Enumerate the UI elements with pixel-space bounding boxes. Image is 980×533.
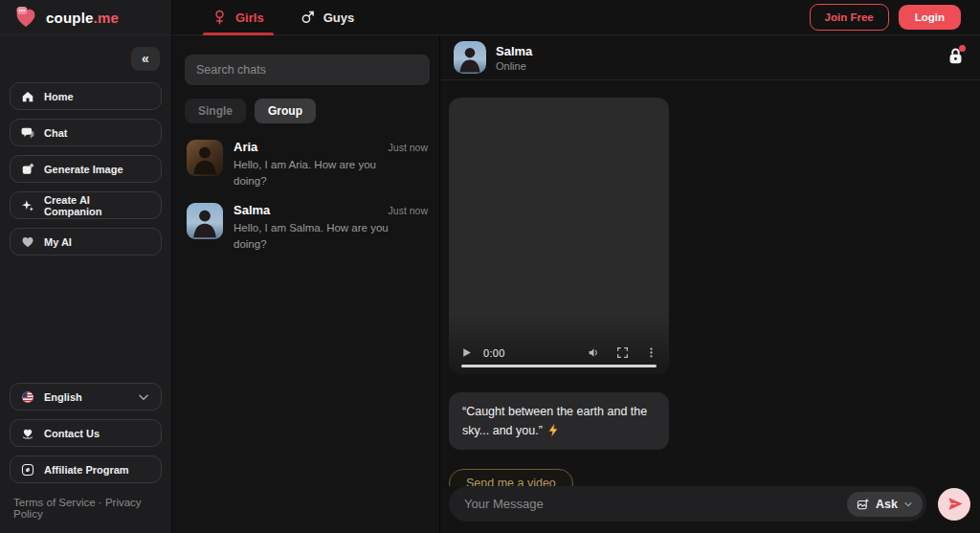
- us-flag-icon: [21, 390, 34, 404]
- tab-label: Girls: [235, 11, 264, 25]
- filter-single[interactable]: Single: [185, 99, 246, 123]
- top-navigation: Girls Guys Join Free Login: [172, 0, 980, 35]
- avatar-salma: [187, 203, 223, 239]
- lightning-bolt-icon: [547, 424, 559, 436]
- chat-list-item-salma[interactable]: Salma Just now Hello, I am Salma. How ar…: [185, 199, 430, 255]
- online-status: Online: [496, 60, 532, 72]
- sidebar-item-my-ai[interactable]: My AI: [10, 228, 162, 255]
- sidebar-item-chat[interactable]: Chat: [10, 119, 162, 146]
- conversation-name: Salma: [496, 44, 532, 58]
- contact-us-button[interactable]: Contact Us: [10, 419, 162, 447]
- chat-preview: Hello, I am Aria. How are you doing?: [234, 157, 398, 189]
- affiliate-link-icon: [21, 463, 34, 477]
- suggested-reply-chip[interactable]: Send me a video: [449, 469, 573, 486]
- female-icon: [212, 10, 227, 25]
- heart-icon: [21, 235, 34, 249]
- more-vertical-icon: [645, 346, 657, 359]
- video-progress-bar[interactable]: [461, 365, 657, 368]
- app-window: couple.me « Home Chat Generate Image Cre…: [0, 0, 980, 533]
- volume-icon: [588, 346, 600, 359]
- male-icon: [301, 10, 315, 25]
- home-icon: [21, 90, 34, 103]
- contact-us-label: Contact Us: [44, 428, 100, 439]
- message-input[interactable]: [464, 497, 847, 511]
- heart-hands-icon: [21, 427, 34, 440]
- chat-list-panel: Single Group Aria Just now Hell: [172, 35, 440, 533]
- message-composer: Ask: [440, 486, 980, 533]
- sidebar-item-label: Chat: [44, 127, 67, 139]
- legal-links: Terms of Service · Privacy Policy: [0, 485, 171, 533]
- send-button[interactable]: [938, 488, 970, 521]
- sidebar-item-create-ai-companion[interactable]: Create AI Companion: [10, 191, 162, 219]
- sparkles-icon: [21, 199, 34, 212]
- heart-chat-logo-icon: [13, 6, 38, 29]
- chat-timestamp: Just now: [389, 142, 428, 153]
- terms-of-service-link[interactable]: Terms of Service: [13, 497, 96, 508]
- tab-label: Guys: [323, 11, 355, 25]
- notification-dot: [959, 45, 966, 52]
- messages-area: 0:00: [440, 80, 980, 486]
- affiliate-program-label: Affiliate Program: [44, 464, 129, 476]
- chevron-down-icon: [903, 500, 913, 509]
- language-selector[interactable]: English: [10, 383, 162, 411]
- video-controls: 0:00: [460, 346, 657, 359]
- chat-timestamp: Just now: [389, 205, 428, 216]
- login-button[interactable]: Login: [899, 5, 961, 30]
- brand-logo[interactable]: couple.me: [0, 0, 171, 35]
- fullscreen-icon: [616, 346, 629, 359]
- avatar-aria: [187, 140, 223, 176]
- send-icon: [947, 496, 964, 512]
- ask-mode-button[interactable]: Ask: [847, 492, 923, 517]
- sidebar-nav: Home Chat Generate Image Create AI Compa…: [0, 80, 171, 257]
- language-label: English: [44, 391, 82, 403]
- image-sparkle-icon: [857, 498, 870, 511]
- chat-filters: Single Group: [185, 99, 430, 123]
- conversation-panel: Salma Online: [440, 35, 980, 533]
- sidebar-item-label: Create AI Companion: [44, 194, 150, 217]
- brand-name: couple.me: [46, 10, 119, 26]
- chat-name: Aria: [234, 140, 257, 154]
- message-field: Ask: [449, 486, 926, 522]
- ask-label: Ask: [876, 498, 898, 511]
- legal-separator: ·: [99, 497, 102, 508]
- search-chats-input[interactable]: [185, 55, 430, 85]
- sidebar-collapse-button[interactable]: «: [131, 47, 160, 71]
- sidebar-item-home[interactable]: Home: [10, 82, 162, 110]
- volume-button[interactable]: [588, 346, 600, 359]
- lock-button[interactable]: [944, 46, 967, 69]
- sidebar-footer-nav: English Contact Us Affiliate Program: [0, 381, 171, 485]
- play-button[interactable]: [460, 346, 473, 359]
- chat-items: Aria Just now Hello, I am Aria. How are …: [185, 136, 430, 256]
- chat-list-item-aria[interactable]: Aria Just now Hello, I am Aria. How are …: [185, 136, 430, 192]
- chat-icon: [21, 126, 34, 140]
- chat-preview: Hello, I am Salma. How are you doing?: [234, 220, 398, 252]
- video-current-time: 0:00: [483, 347, 505, 359]
- chat-name: Salma: [234, 203, 270, 217]
- conversation-header: Salma Online: [440, 35, 980, 80]
- affiliate-program-button[interactable]: Affiliate Program: [10, 455, 162, 483]
- generate-image-icon: [21, 163, 34, 176]
- tab-girls[interactable]: Girls: [207, 0, 270, 35]
- video-more-button[interactable]: [645, 346, 657, 359]
- video-message-player[interactable]: 0:00: [449, 98, 669, 374]
- tab-guys[interactable]: Guys: [295, 0, 361, 35]
- message-bubble: “Caught between the earth and the sky...…: [449, 392, 669, 450]
- join-free-button[interactable]: Join Free: [810, 4, 889, 31]
- sidebar-item-label: Generate Image: [44, 164, 123, 175]
- fullscreen-button[interactable]: [616, 346, 629, 359]
- conversation-avatar[interactable]: [454, 41, 486, 74]
- sidebar-item-generate-image[interactable]: Generate Image: [10, 155, 162, 183]
- sidebar-item-label: Home: [44, 91, 74, 102]
- sidebar-item-label: My AI: [44, 236, 72, 248]
- play-icon: [460, 346, 473, 359]
- chevron-down-icon: [137, 390, 150, 404]
- filter-group[interactable]: Group: [255, 99, 316, 123]
- sidebar: couple.me « Home Chat Generate Image Cre…: [0, 0, 172, 533]
